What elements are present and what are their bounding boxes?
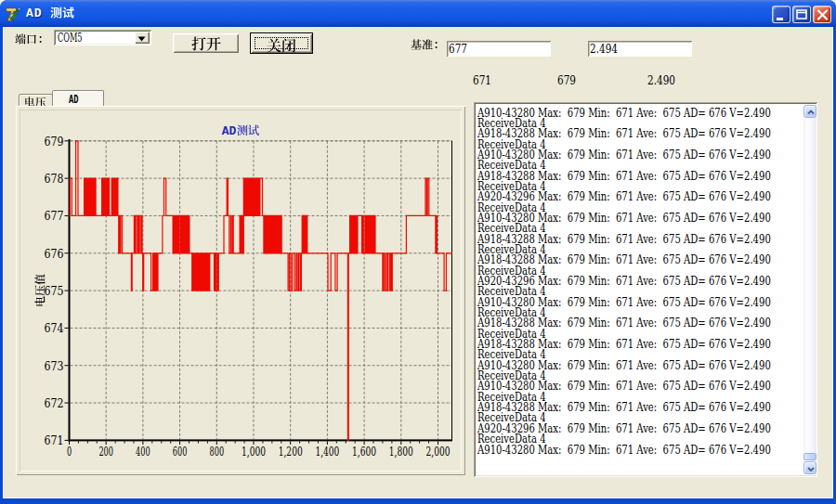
close-action-button[interactable] <box>250 32 313 54</box>
tab-ad[interactable]: AD <box>52 90 104 106</box>
chart-title: AD <box>222 124 260 138</box>
scrollbar-down-button[interactable] <box>803 461 816 474</box>
title-bar[interactable]: AD <box>0 0 836 27</box>
tab-voltage[interactable] <box>19 94 53 107</box>
open-button[interactable] <box>173 33 239 53</box>
close-action-button-label <box>267 38 296 55</box>
scrollbar-thumb[interactable] <box>803 453 816 460</box>
minimize-icon <box>773 6 791 24</box>
vertical-scrollbar[interactable] <box>803 105 816 474</box>
open-button-label <box>191 36 221 53</box>
app-icon <box>5 6 21 22</box>
voltage-reference-value: 2.494 <box>590 44 618 55</box>
stat-max: 679 <box>557 75 576 85</box>
scroll-down-icon <box>804 462 817 476</box>
listbox-rows: A910-43280 Max: 679 Min: 671 Ave: 675 AD… <box>477 108 771 455</box>
chart-frame <box>20 110 462 472</box>
window-title: AD <box>26 6 74 20</box>
stat-min: 671 <box>473 75 491 85</box>
minimize-button[interactable] <box>772 6 790 23</box>
app-window: AD : COM5 : 677 2.494 671 679 2.490 <box>0 0 836 504</box>
receive-data-listbox[interactable]: A910-43280 Max: 679 Min: 671 Ave: 675 AD… <box>474 102 817 477</box>
close-icon <box>814 6 832 24</box>
reference-label: : <box>411 39 439 51</box>
close-button[interactable] <box>813 6 831 23</box>
ad-reference-input[interactable]: 677 <box>447 41 551 57</box>
scrollbar-up-button[interactable] <box>803 105 816 118</box>
chevron-down-icon <box>135 32 150 45</box>
tab-ad-label: AD <box>69 94 78 107</box>
port-combobox-value: COM5 <box>58 32 83 44</box>
chart-y-axis-title <box>33 274 46 307</box>
port-label: : <box>15 33 44 45</box>
list-item[interactable]: A910-43280 Max: 679 Min: 671 Ave: 675 AD… <box>477 445 771 455</box>
voltage-reference-input[interactable]: 2.494 <box>588 41 692 57</box>
scroll-up-icon <box>804 106 817 120</box>
stat-voltage: 2.490 <box>647 75 675 85</box>
maximize-icon <box>793 6 812 24</box>
ad-reference-value: 677 <box>449 44 467 55</box>
combobox-dropdown-button[interactable] <box>135 32 150 44</box>
maximize-button[interactable] <box>792 6 811 23</box>
port-combobox[interactable]: COM5 <box>54 30 151 45</box>
